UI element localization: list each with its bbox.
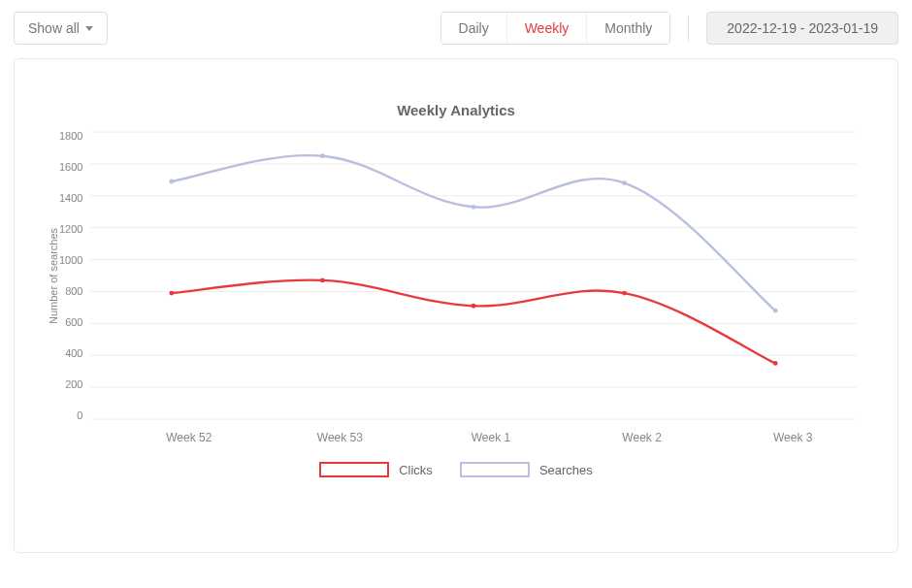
toolbar: Show all Daily Weekly Monthly 2022-12-19…: [14, 12, 898, 45]
y-tick: 1800: [59, 130, 82, 142]
legend: Clicks Searches: [44, 462, 868, 477]
y-tick: 200: [65, 378, 82, 390]
date-range-button[interactable]: 2022-12-19 - 2023-01-19: [706, 12, 898, 45]
tab-daily[interactable]: Daily: [441, 13, 506, 44]
legend-item-clicks: Clicks: [319, 462, 433, 477]
chart-plot: [90, 126, 868, 425]
x-tick: Week 1: [415, 431, 567, 444]
svg-point-10: [170, 180, 175, 184]
x-axis-ticks: Week 52 Week 53 Week 1 Week 2 Week 3: [114, 431, 868, 444]
x-tick: Week 2: [567, 431, 718, 444]
svg-point-12: [472, 205, 476, 210]
period-segmented-control: Daily Weekly Monthly: [440, 12, 671, 45]
chart-title: Weekly Analytics: [44, 102, 868, 118]
svg-point-17: [472, 304, 476, 309]
chevron-down-icon: [85, 26, 93, 31]
y-axis-ticks: 1800 1600 1400 1200 1000 800 600 400 200…: [59, 130, 90, 421]
svg-point-19: [773, 361, 778, 366]
x-tick: Week 52: [114, 431, 265, 444]
y-tick: 1000: [59, 254, 82, 266]
svg-point-11: [320, 153, 325, 158]
legend-item-searches: Searches: [460, 462, 593, 477]
tab-monthly[interactable]: Monthly: [586, 13, 669, 44]
legend-swatch-searches: [460, 462, 530, 477]
x-tick: Week 53: [265, 431, 416, 444]
show-all-dropdown[interactable]: Show all: [14, 12, 108, 45]
svg-point-13: [623, 180, 628, 185]
legend-swatch-clicks: [319, 462, 389, 477]
y-tick: 800: [65, 285, 82, 297]
svg-point-18: [623, 291, 628, 296]
plot-area: Number of searches 1800 1600 1400 1200 1…: [44, 126, 868, 425]
chart-card: Weekly Analytics Number of searches 1800…: [14, 58, 898, 553]
tab-weekly[interactable]: Weekly: [506, 13, 587, 44]
svg-point-15: [170, 291, 175, 296]
y-tick: 1600: [59, 161, 82, 173]
y-axis-label: Number of searches: [44, 130, 59, 421]
svg-point-14: [773, 309, 778, 313]
toolbar-divider: [688, 16, 689, 41]
y-tick: 1200: [59, 223, 82, 235]
y-tick: 0: [77, 409, 82, 421]
legend-label-clicks: Clicks: [399, 463, 433, 477]
x-tick: Week 3: [717, 431, 868, 444]
y-tick: 1400: [59, 192, 82, 204]
chart-svg: [90, 126, 857, 425]
y-tick: 600: [65, 316, 82, 328]
show-all-label: Show all: [28, 20, 80, 36]
y-tick: 400: [65, 347, 82, 359]
svg-point-16: [320, 278, 325, 283]
legend-label-searches: Searches: [539, 463, 593, 477]
